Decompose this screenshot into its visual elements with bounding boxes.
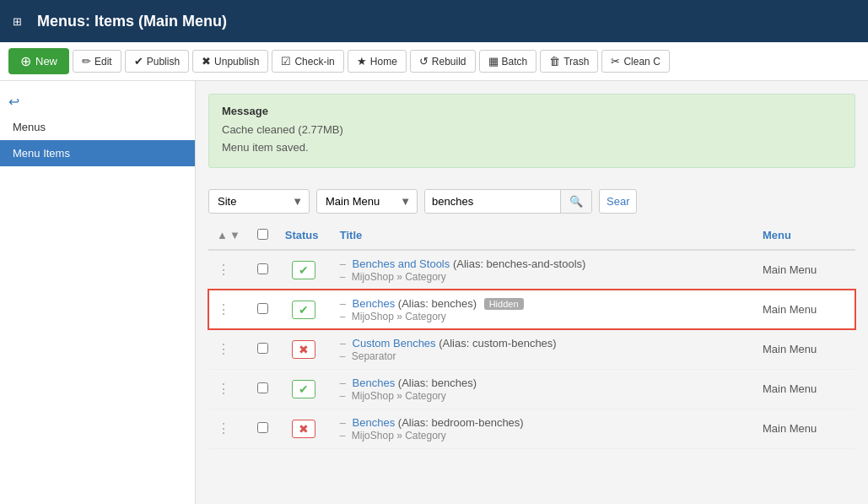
sub-dash: – [340, 271, 346, 283]
drag-handle-cell: ⋮ [208, 250, 249, 290]
trash-icon: 🗑 [549, 55, 560, 68]
menu-col-header: Menu [754, 222, 855, 250]
search-wrapper: 🔍 [424, 189, 592, 214]
trash-button[interactable]: 🗑 Trash [540, 50, 598, 73]
title-alias: (Alias: benches) [398, 297, 477, 310]
sort-down-icon[interactable]: ▼ [229, 229, 240, 241]
title-alias: (Alias: benches) [398, 377, 477, 389]
drag-handle-cell: ⋮ [208, 290, 249, 329]
table-row: ⋮ ✖ – Custom Benches (Alias: custom-benc… [208, 329, 855, 369]
row-checkbox[interactable] [257, 422, 268, 433]
sub-dash: – [340, 311, 346, 322]
status-cell: ✔ [277, 290, 332, 329]
publish-button[interactable]: ✔ Publish [125, 50, 189, 73]
sidebar-back-button[interactable]: ↩ [0, 89, 195, 114]
title-sub: – MijoShop » Category [340, 271, 446, 283]
menu-value: Main Menu [763, 263, 817, 276]
drag-handle-icon[interactable]: ⋮ [217, 382, 230, 396]
title-alias: (Alias: benches-and-stools) [453, 257, 586, 270]
row-checkbox-cell [249, 290, 277, 329]
sidebar-item-menus[interactable]: Menus [0, 114, 195, 140]
drag-handle-icon[interactable]: ⋮ [217, 421, 230, 436]
title-cell: – Custom Benches (Alias: custom-benches)… [332, 329, 754, 369]
edit-button[interactable]: ✏ Edit [73, 50, 121, 73]
page-title: Menus: Items (Main Menu) [37, 13, 227, 30]
row-checkbox[interactable] [257, 382, 268, 393]
rebuild-button[interactable]: ↺ Rebuild [410, 50, 476, 73]
batch-icon: ▦ [488, 55, 499, 68]
drag-handle-icon[interactable]: ⋮ [217, 342, 230, 356]
status-toggle-button[interactable]: ✖ [292, 340, 315, 359]
clean-icon: ✂ [611, 55, 620, 68]
title-cell: – Benches (Alias: benches) – MijoShop » … [332, 369, 754, 409]
message-title: Message [222, 105, 842, 117]
site-filter-wrapper: Site ▼ [208, 189, 310, 214]
title-sub: – MijoShop » Category [340, 390, 446, 402]
row-checkbox-cell [249, 329, 277, 369]
table-row: ⋮ ✔ – Benches (Alias: benches) Hidden – … [208, 290, 855, 329]
plus-icon: ⊕ [20, 53, 31, 69]
refresh-icon: ↺ [419, 55, 429, 68]
message-box: Message Cache cleaned (2.77MB) Menu item… [208, 94, 855, 168]
title-link[interactable]: Benches [353, 416, 396, 429]
title-link[interactable]: Benches and Stools [353, 257, 450, 270]
status-toggle-button[interactable]: ✔ [292, 301, 315, 319]
message-text: Cache cleaned (2.77MB) Menu item saved. [222, 122, 842, 157]
table-row: ⋮ ✔ – Benches (Alias: benches) – MijoSho… [208, 369, 855, 409]
row-checkbox-cell [249, 369, 277, 409]
top-bar: ⊞ Menus: Items (Main Menu) [0, 0, 868, 42]
title-link[interactable]: Benches [353, 377, 396, 389]
site-filter[interactable]: Site [208, 189, 310, 214]
row-checkbox[interactable] [257, 263, 268, 274]
checkbox-col-header [249, 222, 277, 250]
title-link[interactable]: Benches [353, 297, 396, 310]
status-toggle-button[interactable]: ✔ [292, 261, 315, 279]
title-cell: – Benches (Alias: benches) Hidden – Mijo… [332, 290, 754, 329]
title-link[interactable]: Custom Benches [353, 337, 436, 350]
checkin-button[interactable]: ☑ Check-in [272, 50, 343, 73]
title-alias: (Alias: custom-benches) [439, 337, 556, 350]
status-cell: ✖ [277, 409, 332, 448]
status-cell: ✔ [277, 250, 332, 290]
message-line-1: Cache cleaned (2.77MB) [222, 122, 842, 139]
search-input[interactable] [425, 190, 560, 213]
filter-bar: Site ▼ Main Menu ▼ 🔍 Sear [196, 181, 868, 222]
toolbar: ⊕ New ✏ Edit ✔ Publish ✖ Unpublish ☑ Che… [0, 42, 868, 81]
unpublish-button[interactable]: ✖ Unpublish [192, 50, 268, 73]
menu-filter-wrapper: Main Menu ▼ [316, 189, 418, 214]
message-line-2: Menu item saved. [222, 139, 842, 157]
sort-up-icon[interactable]: ▲ [217, 229, 228, 241]
row-checkbox[interactable] [257, 343, 268, 354]
title-sub: – MijoShop » Category [340, 430, 446, 442]
checkin-icon: ☑ [281, 55, 291, 68]
row-checkbox-cell [249, 250, 277, 290]
items-table: ▲ ▼ Status Title Menu [208, 222, 855, 449]
clean-button[interactable]: ✂ Clean C [601, 50, 669, 73]
sidebar: ↩ Menus Menu Items [0, 81, 196, 504]
menu-value: Main Menu [763, 382, 817, 395]
search-button[interactable]: 🔍 [560, 190, 591, 213]
menu-cell: Main Menu [754, 329, 855, 369]
edit-icon: ✏ [82, 55, 91, 68]
status-cell: ✔ [277, 369, 332, 409]
status-toggle-button[interactable]: ✔ [292, 380, 315, 398]
dash-icon: – [340, 257, 346, 270]
row-checkbox[interactable] [257, 303, 268, 314]
batch-button[interactable]: ▦ Batch [479, 50, 537, 73]
home-button[interactable]: ★ Home [348, 50, 407, 73]
table-row: ⋮ ✔ – Benches and Stools (Alias: benches… [208, 250, 855, 290]
table-header-row: ▲ ▼ Status Title Menu [208, 222, 855, 250]
select-all-checkbox[interactable] [257, 229, 268, 240]
status-toggle-button[interactable]: ✖ [292, 420, 315, 438]
menu-cell: Main Menu [754, 250, 855, 290]
menu-value: Main Menu [763, 422, 817, 435]
menu-filter[interactable]: Main Menu [316, 189, 418, 214]
drag-handle-icon[interactable]: ⋮ [217, 263, 230, 277]
sidebar-item-menu-items[interactable]: Menu Items [0, 140, 195, 166]
grid-icon: ⊞ [13, 15, 22, 28]
new-button[interactable]: ⊕ New [8, 48, 69, 74]
drag-handle-cell: ⋮ [208, 409, 249, 448]
table-row: ⋮ ✖ – Benches (Alias: bedroom-benches) –… [208, 409, 855, 448]
drag-handle-icon[interactable]: ⋮ [217, 302, 230, 317]
menu-value: Main Menu [763, 303, 817, 316]
